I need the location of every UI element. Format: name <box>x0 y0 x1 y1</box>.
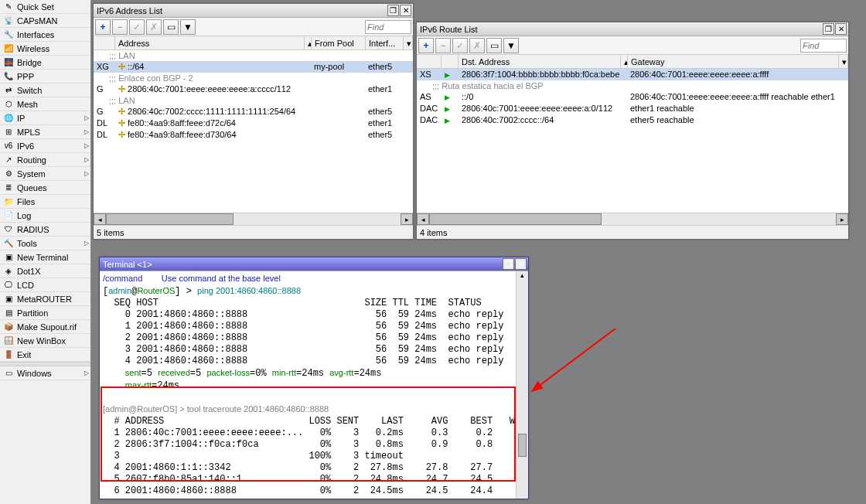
menu-icon: 📦 <box>3 322 14 332</box>
sidebar-label: LCD <box>17 278 34 292</box>
restore-icon[interactable]: ❐ <box>387 5 399 16</box>
sidebar-item[interactable]: 📡CAPsMAN <box>0 14 90 28</box>
add-button[interactable]: + <box>95 19 111 35</box>
menu-icon: ≣ <box>3 182 14 193</box>
menu-icon: ⚙ <box>3 169 14 179</box>
sidebar-item[interactable]: ≣Queues <box>0 181 90 195</box>
sidebar-label: Queues <box>17 181 47 195</box>
table-row[interactable]: XG✢ ::/64my-poolether5 <box>94 61 413 73</box>
table-row[interactable]: DAC▶2806:40c:7002:cccc::/64ether5 reacha… <box>417 114 848 126</box>
sidebar-label: PPP <box>17 70 34 83</box>
sidebar-item[interactable]: 📞PPP <box>0 70 90 83</box>
sidebar-item[interactable]: 🌉Bridge <box>0 56 90 70</box>
sidebar-item[interactable]: ↗Routing▷ <box>0 153 90 167</box>
sidebar-item[interactable]: 🔨Tools▷ <box>0 237 90 250</box>
comment-button[interactable]: ▭ <box>486 38 502 53</box>
sidebar-item[interactable]: ⇄Switch <box>0 83 90 97</box>
ipv6-address-window: IPv6 Address List ❐ ✕ + − ✓ ✗ ▭ ▼ Addres… <box>93 3 414 240</box>
sidebar-item[interactable]: 🖵LCD <box>0 278 90 292</box>
scrollbar-h[interactable]: ◂▸ <box>417 213 848 225</box>
sidebar-item[interactable]: ▤Partition <box>0 306 90 320</box>
sidebar-item[interactable]: 🚪Exit <box>0 348 90 362</box>
disable-button[interactable]: ✗ <box>469 38 485 53</box>
route-toolbar: + − ✓ ✗ ▭ ▼ <box>417 36 848 55</box>
addr-rows[interactable]: ;;; LANXG✢ ::/64my-poolether5;;; Enlace … <box>94 50 413 213</box>
close-icon[interactable]: ✕ <box>515 258 527 270</box>
route-rows[interactable]: XS▶2806:3f7:1004:bbbb:bbbb:bbbb:f0ca:beb… <box>417 69 848 213</box>
menu-icon: 🔧 <box>3 29 14 40</box>
find-input[interactable] <box>800 39 847 53</box>
remove-button[interactable]: − <box>112 19 128 35</box>
sidebar-item[interactable]: ◈Dot1X <box>0 264 90 278</box>
submenu-icon: ▷ <box>84 139 89 153</box>
close-icon[interactable]: ✕ <box>835 23 847 35</box>
add-button[interactable]: + <box>418 38 434 53</box>
find-input[interactable] <box>365 20 411 34</box>
table-row[interactable]: G✢ 2806:40c:7002:cccc:1111:1111:1111:254… <box>94 106 413 117</box>
sidebar-item[interactable]: 📄Log <box>0 209 90 223</box>
table-row[interactable]: G✢ 2806:40c:7001:eeee:eeee:eeee:a:cccc/1… <box>94 83 413 95</box>
addr-status: 5 items <box>94 225 413 239</box>
comment-button[interactable]: ▭ <box>163 19 179 35</box>
menu-icon: 🌐 <box>3 113 14 124</box>
col-interface[interactable]: Interf... <box>366 36 404 49</box>
sidebar-item[interactable]: 📶Wireless <box>0 42 90 56</box>
sidebar-item[interactable]: 🌐IP▷ <box>0 111 90 125</box>
scrollbar-v[interactable]: ▴ <box>516 271 528 499</box>
menu-icon: 🌉 <box>3 57 14 68</box>
menu-icon: ▣ <box>3 294 14 305</box>
menu-icon: ⬡ <box>3 99 14 110</box>
col-frompool[interactable]: From Pool <box>312 36 366 49</box>
sidebar-item[interactable]: 🛡RADIUS <box>0 223 90 237</box>
route-header[interactable]: Dst. Address ▴ Gateway ▾ <box>417 55 848 69</box>
remove-button[interactable]: − <box>435 38 451 53</box>
term-titlebar[interactable]: Terminal <1> ❐ ✕ <box>100 257 528 271</box>
sidebar-item[interactable]: 📦Make Supout.rif <box>0 320 90 334</box>
sidebar-item[interactable]: ⬡Mesh <box>0 97 90 111</box>
addr-titlebar[interactable]: IPv6 Address List ❐ ✕ <box>94 4 413 18</box>
sidebar-label: Tools <box>17 237 37 250</box>
sidebar-label: IPv6 <box>17 139 34 153</box>
sidebar-item[interactable]: 📁Files <box>0 195 90 209</box>
disable-button[interactable]: ✗ <box>146 19 162 35</box>
sidebar-item[interactable]: ▣New Terminal <box>0 250 90 264</box>
sidebar-item[interactable]: 🪟New WinBox <box>0 334 90 348</box>
sidebar-item[interactable]: v6IPv6▷ <box>0 139 90 153</box>
col-dst[interactable]: Dst. Address <box>459 55 621 68</box>
filter-button[interactable]: ▼ <box>180 19 196 35</box>
route-titlebar[interactable]: IPv6 Route List ❐ ✕ <box>417 22 848 36</box>
submenu-icon: ▷ <box>84 237 89 250</box>
table-row[interactable]: DL✢ fe80::4aa9:8aff:feee:d72c/64ether1 <box>94 117 413 129</box>
scrollbar-h[interactable]: ◂▸ <box>94 213 413 225</box>
menu-icon: 🪟 <box>3 335 14 346</box>
col-gateway[interactable]: Gateway <box>628 55 839 68</box>
restore-icon[interactable]: ❐ <box>503 258 514 270</box>
enable-button[interactable]: ✓ <box>129 19 145 35</box>
sidebar-item[interactable]: ▣MetaROUTER <box>0 292 90 306</box>
annotation-arrow <box>530 325 623 394</box>
close-icon[interactable]: ✕ <box>400 5 411 16</box>
table-row[interactable]: DAC▶2806:40c:7001:eeee:eeee:eeee:a:0/112… <box>417 103 848 114</box>
sidebar-item[interactable]: 🔧Interfaces <box>0 28 90 42</box>
addr-header[interactable]: Address ▴ From Pool Interf... ▾ <box>94 36 413 50</box>
table-row[interactable]: DL✢ fe80::4aa9:8aff:feee:d730/64ether5 <box>94 129 413 141</box>
menu-icon: ⊞ <box>3 127 14 138</box>
sidebar-item[interactable]: ✎Quick Set <box>0 0 90 14</box>
sidebar-item[interactable]: ⚙System▷ <box>0 167 90 181</box>
sidebar-label: Make Supout.rif <box>17 320 77 334</box>
sidebar-item[interactable]: ⊞MPLS▷ <box>0 125 90 139</box>
menu-icon: 📡 <box>3 15 14 26</box>
filter-button[interactable]: ▼ <box>503 38 519 53</box>
sidebar-label: Partition <box>17 306 48 320</box>
term-title: Terminal <1> <box>101 260 502 269</box>
col-address[interactable]: Address <box>115 36 305 49</box>
main-sidebar: ✎Quick Set📡CAPsMAN🔧Interfaces📶Wireless🌉B… <box>0 0 91 504</box>
route-status: 4 items <box>417 225 848 239</box>
enable-button[interactable]: ✓ <box>452 38 468 53</box>
table-row[interactable]: XS▶2806:3f7:1004:bbbb:bbbb:bbbb:f0ca:beb… <box>417 69 848 80</box>
restore-icon[interactable]: ❐ <box>823 23 834 35</box>
menu-icon: ◈ <box>3 266 14 277</box>
submenu-icon: ▷ <box>84 153 89 167</box>
sidebar-item[interactable]: ▭Windows▷ <box>0 366 90 380</box>
table-row[interactable]: AS▶::/02806:40c:7001:eeee:eeee:eeee:a:ff… <box>417 91 848 103</box>
